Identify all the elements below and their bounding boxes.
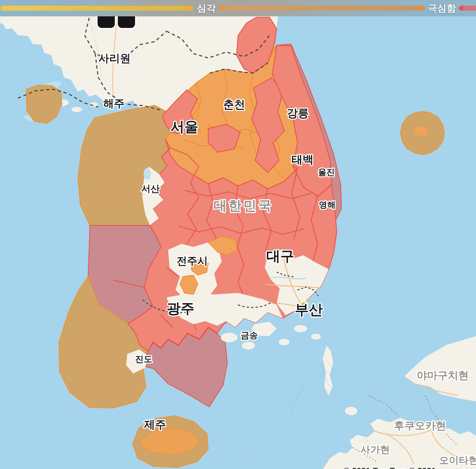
city-label-haeju: 해주 <box>103 97 125 109</box>
map-canvas[interactable]: 사리원 해주 서울 춘천 강릉 태백 울진 영해 대한민국 서산 전주시 대구 … <box>0 0 476 469</box>
city-label-busan: 부산 <box>295 302 323 317</box>
town-label-geumsong: 금송 <box>241 330 258 340</box>
city-label-taebaek: 태백 <box>292 153 314 166</box>
prefecture-label-oita: 오이타현 <box>439 455 476 466</box>
map-copyright: © 2021 TomTom © 2021 <box>343 466 436 469</box>
city-label-daegu: 대구 <box>266 248 294 264</box>
island-ulleungdo <box>414 126 428 136</box>
town-label-yeonghae: 영해 <box>319 200 336 209</box>
legend-label-severe: 심각 <box>193 2 220 14</box>
region-ulleungdo-orange <box>400 111 444 155</box>
city-label-seoul: 서울 <box>170 119 198 134</box>
legend-bar-extreme <box>459 6 476 11</box>
prefecture-label-saga: 사가현 <box>361 444 390 455</box>
city-label-jeonju: 전주시 <box>177 255 208 266</box>
city-label-gangneung: 강릉 <box>287 107 309 119</box>
legend-bar-severe <box>219 6 425 11</box>
city-label-chuncheon: 춘천 <box>223 98 245 111</box>
town-label-uljin: 울진 <box>318 167 335 177</box>
city-label-sariwon: 사리원 <box>98 52 131 64</box>
prefecture-label-fukuoka: 후쿠오카현 <box>394 420 446 431</box>
severity-legend: 심각 극심함 <box>0 0 476 16</box>
city-label-jeju: 제주 <box>144 418 166 431</box>
legend-label-extreme: 극심함 <box>425 2 459 14</box>
country-label-korea: 대한민국 <box>214 198 273 213</box>
town-label-jindo: 진도 <box>135 354 152 364</box>
city-label-seosan: 서산 <box>141 183 160 194</box>
island-iki <box>345 407 357 415</box>
legend-bar-caution <box>1 6 193 11</box>
prefecture-label-yamaguchi: 야마구치현 <box>417 369 469 381</box>
city-label-gwangju: 광주 <box>167 300 195 316</box>
